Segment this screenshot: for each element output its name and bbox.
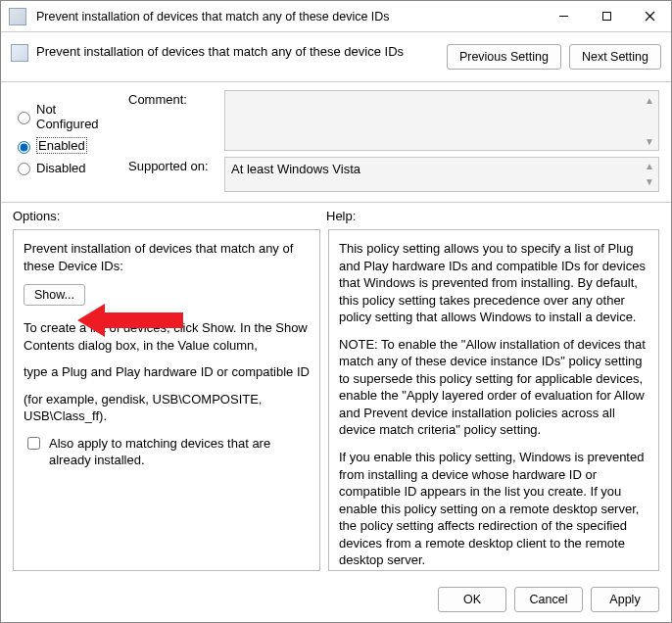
options-hint2: type a Plug and Play hardware ID or comp… <box>24 363 310 381</box>
content-panes: Prevent installation of devices that mat… <box>1 227 671 579</box>
options-hint3: (for example, gendisk, USB\COMPOSITE, US… <box>24 391 310 425</box>
radio-label: Disabled <box>36 161 86 175</box>
help-p2: NOTE: To enable the "Allow installation … <box>339 336 648 439</box>
also-apply-checkbox[interactable]: Also apply to matching devices that are … <box>24 435 310 469</box>
pane-headers: Options: Help: <box>1 203 671 227</box>
titlebar: Prevent installation of devices that mat… <box>1 1 671 32</box>
state-radio-group: Not Configured Enabled Disabled <box>13 90 120 192</box>
options-header: Options: <box>13 209 326 223</box>
ok-button[interactable]: OK <box>438 587 506 612</box>
options-intro: Prevent installation of devices that mat… <box>24 240 310 274</box>
policy-title: Prevent installation of devices that mat… <box>36 40 447 59</box>
apply-button[interactable]: Apply <box>591 587 659 612</box>
previous-setting-button[interactable]: Previous Setting <box>447 44 561 70</box>
policy-editor-window: Prevent installation of devices that mat… <box>0 0 672 623</box>
comment-label: Comment: <box>128 90 216 107</box>
show-button[interactable]: Show... <box>24 284 85 306</box>
close-button[interactable] <box>628 2 671 31</box>
radio-label: Not Configured <box>36 102 120 131</box>
help-p3: If you enable this policy setting, Windo… <box>339 449 648 569</box>
dialog-footer: OK Cancel Apply <box>1 579 671 622</box>
next-setting-button[interactable]: Next Setting <box>569 44 661 70</box>
cancel-button[interactable]: Cancel <box>514 587 583 612</box>
radio-not-configured[interactable]: Not Configured <box>13 102 120 131</box>
help-p1: This policy setting allows you to specif… <box>339 240 648 326</box>
options-hint1: To create a list of devices, click Show.… <box>24 319 310 354</box>
scroll-up-icon[interactable]: ▲ <box>643 160 656 173</box>
comment-textarea[interactable]: ▲ ▼ <box>224 90 659 151</box>
help-header: Help: <box>326 209 659 223</box>
policy-small-icon <box>11 44 28 62</box>
state-and-fields: Not Configured Enabled Disabled Comment:… <box>1 82 671 203</box>
supported-label: Supported on: <box>128 157 216 173</box>
radio-enabled[interactable]: Enabled <box>13 137 120 154</box>
radio-disabled[interactable]: Disabled <box>13 160 120 175</box>
scroll-down-icon[interactable]: ▼ <box>643 134 656 148</box>
policy-icon <box>9 8 26 25</box>
svg-rect-1 <box>602 13 610 21</box>
window-title: Prevent installation of devices that mat… <box>34 10 542 24</box>
policy-header: Prevent installation of devices that mat… <box>1 32 671 82</box>
radio-label: Enabled <box>36 137 87 154</box>
options-pane: Prevent installation of devices that mat… <box>13 229 320 571</box>
supported-on-box: At least Windows Vista ▲ ▼ <box>224 157 659 192</box>
minimize-button[interactable] <box>542 2 585 31</box>
scroll-up-icon[interactable]: ▲ <box>643 93 656 107</box>
help-pane[interactable]: This policy setting allows you to specif… <box>328 229 659 571</box>
scroll-down-icon[interactable]: ▼ <box>643 175 656 189</box>
maximize-button[interactable] <box>585 2 628 31</box>
checkbox-label: Also apply to matching devices that are … <box>49 435 310 469</box>
